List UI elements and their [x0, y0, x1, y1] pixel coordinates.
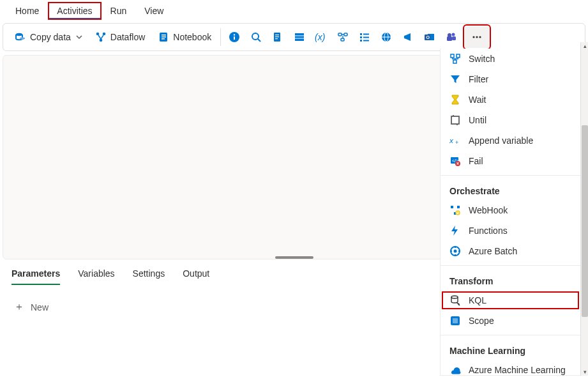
- svg-rect-15: [275, 35, 279, 35]
- wait-icon: [449, 94, 461, 105]
- more-activities-button[interactable]: [465, 26, 489, 48]
- outlook-icon[interactable]: O: [419, 26, 441, 48]
- svg-point-4: [100, 39, 103, 42]
- pipeline-icon[interactable]: [332, 26, 354, 48]
- dropdown-item-filter[interactable]: Filter: [441, 69, 580, 89]
- svg-point-1: [20, 37, 25, 40]
- dropdown-item-append-variable[interactable]: x+ Append variable: [441, 130, 580, 151]
- svg-rect-47: [451, 116, 459, 124]
- top-menubar: Home Activities Run View: [0, 0, 588, 22]
- dropdown-item-azure-ml[interactable]: Azure Machine Learning: [441, 360, 580, 376]
- append-variable-icon: x+: [449, 135, 461, 146]
- dropdown-group-ml: Machine Learning: [441, 339, 580, 360]
- tab-output[interactable]: Output: [183, 268, 209, 285]
- svg-rect-18: [295, 33, 304, 41]
- activities-dropdown: Switch Filter Wait Until x+ Append varia…: [440, 49, 580, 376]
- scroll-thumb[interactable]: [582, 125, 588, 317]
- dropdown-item-functions[interactable]: Functions: [441, 220, 580, 241]
- search-icon[interactable]: [245, 26, 267, 48]
- scroll-down-arrow[interactable]: ▾: [581, 368, 588, 376]
- dropdown-label: Azure Machine Learning: [469, 365, 566, 375]
- svg-rect-62: [458, 250, 460, 252]
- menu-run[interactable]: Run: [102, 2, 136, 20]
- dropdown-separator: [441, 265, 580, 266]
- dropdown-item-wait[interactable]: Wait: [441, 89, 580, 110]
- menu-activities[interactable]: Activities: [48, 2, 101, 20]
- svg-rect-17: [275, 38, 278, 39]
- svg-text:O: O: [426, 35, 430, 40]
- svg-rect-8: [162, 38, 165, 40]
- dropdown-group-transform: Transform: [441, 270, 580, 290]
- svg-text:(x): (x): [315, 32, 325, 42]
- dropdown-label: Azure Batch: [469, 246, 517, 256]
- azure-batch-icon: [449, 245, 461, 257]
- dropdown-label: WebHook: [469, 205, 508, 215]
- dataflow-icon: [95, 31, 107, 43]
- table-icon[interactable]: [289, 26, 310, 48]
- dropdown-separator: [441, 175, 580, 176]
- dropdown-label: Switch: [469, 54, 495, 64]
- until-icon: [449, 114, 461, 126]
- svg-rect-46: [453, 60, 456, 63]
- svg-rect-59: [455, 246, 456, 248]
- scroll-up-arrow[interactable]: ▴: [581, 42, 588, 50]
- svg-rect-28: [363, 37, 369, 38]
- svg-rect-61: [450, 250, 452, 252]
- svg-point-42: [476, 36, 478, 38]
- svg-point-63: [451, 296, 458, 298]
- scope-icon: [449, 315, 461, 327]
- plus-icon: ＋: [14, 300, 24, 314]
- dropdown-item-kql[interactable]: KQL: [441, 290, 580, 311]
- notebook-button[interactable]: Notebook: [151, 29, 218, 45]
- svg-rect-7: [162, 36, 166, 38]
- tab-parameters[interactable]: Parameters: [11, 268, 60, 285]
- dropdown-item-scope[interactable]: Scope: [441, 311, 580, 331]
- dropdown-label: Filter: [469, 74, 488, 84]
- svg-point-11: [234, 34, 235, 35]
- fail-icon: </>: [449, 155, 461, 167]
- dataflow-button[interactable]: Dataflow: [89, 29, 151, 45]
- panel-resize-handle[interactable]: [275, 256, 313, 259]
- copy-data-icon: [15, 31, 26, 43]
- page-scrollbar[interactable]: ▴ ▾: [580, 42, 588, 376]
- svg-point-43: [479, 36, 481, 38]
- svg-text:x: x: [449, 136, 454, 144]
- script-icon[interactable]: [267, 26, 289, 48]
- dropdown-label: Functions: [469, 226, 508, 236]
- svg-rect-65: [453, 318, 458, 323]
- dropdown-label: Scope: [469, 316, 494, 326]
- dropdown-item-switch[interactable]: Switch: [441, 49, 580, 69]
- svg-point-12: [252, 33, 259, 40]
- notebook-label: Notebook: [173, 32, 211, 42]
- svg-rect-16: [275, 36, 279, 37]
- dropdown-item-webhook[interactable]: WebHook: [441, 200, 580, 220]
- globe-icon[interactable]: [375, 26, 397, 48]
- notebook-icon: [158, 31, 169, 43]
- menu-home[interactable]: Home: [6, 2, 48, 20]
- filter-icon: [449, 73, 461, 85]
- teams-icon[interactable]: [441, 26, 462, 48]
- variable-icon[interactable]: (x): [310, 26, 332, 48]
- dataflow-label: Dataflow: [110, 32, 145, 42]
- megaphone-icon[interactable]: [397, 26, 419, 48]
- info-icon[interactable]: [223, 26, 245, 48]
- svg-rect-53: [451, 206, 453, 208]
- tab-variables[interactable]: Variables: [78, 268, 114, 285]
- list-icon[interactable]: [354, 26, 375, 48]
- svg-rect-60: [455, 254, 456, 256]
- svg-rect-6: [162, 35, 166, 36]
- ellipsis-icon: [471, 31, 483, 43]
- functions-icon: [449, 225, 461, 236]
- dropdown-item-fail[interactable]: </> Fail: [441, 151, 580, 171]
- svg-rect-22: [338, 33, 342, 36]
- dropdown-item-until[interactable]: Until: [441, 110, 580, 130]
- copy-data-button[interactable]: Copy data: [8, 29, 89, 45]
- menu-view[interactable]: View: [135, 2, 172, 20]
- dropdown-label: Until: [469, 115, 486, 125]
- tab-settings[interactable]: Settings: [133, 268, 165, 285]
- dropdown-label: Fail: [469, 156, 483, 166]
- svg-point-0: [16, 33, 22, 36]
- copy-data-label: Copy data: [30, 32, 71, 42]
- dropdown-item-azure-batch[interactable]: Azure Batch: [441, 241, 580, 261]
- svg-rect-24: [341, 38, 344, 41]
